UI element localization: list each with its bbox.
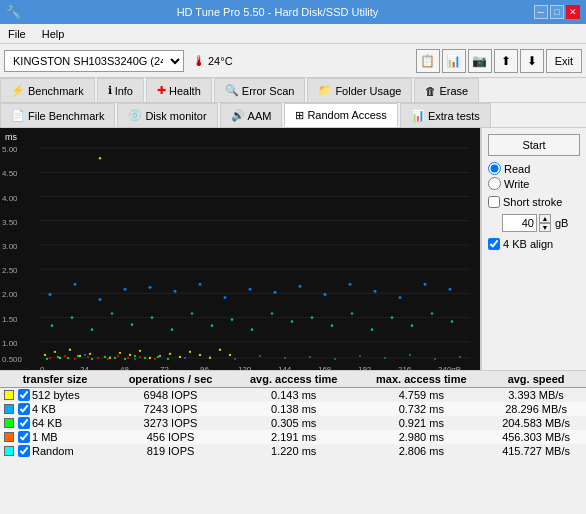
file-menu[interactable]: File — [4, 27, 30, 41]
tab-info-label: Info — [115, 85, 133, 97]
tab-disk-monitor[interactable]: 💿 Disk monitor — [117, 103, 217, 127]
help-menu[interactable]: Help — [38, 27, 69, 41]
svg-point-103 — [84, 354, 86, 356]
color-swatch-1 — [4, 404, 14, 414]
cell-label-1: 4 KB — [0, 402, 110, 416]
spin-buttons: ▲ ▼ — [539, 214, 551, 232]
svg-text:48: 48 — [120, 365, 129, 370]
row-checkbox-4[interactable] — [18, 445, 30, 457]
svg-point-91 — [251, 328, 254, 331]
svg-text:144: 144 — [278, 365, 292, 370]
table-row: 512 bytes 6948 IOPS 0.143 ms 4.759 ms 3.… — [0, 388, 586, 403]
svg-point-42 — [49, 357, 51, 359]
svg-point-38 — [199, 354, 201, 356]
chart-and-panel: ms 5.00 4.50 4.00 3.50 3.00 2.50 2.0 — [0, 128, 586, 370]
svg-point-52 — [46, 358, 48, 360]
cell-avg-3: 2.191 ms — [231, 430, 357, 444]
row-checkbox-1[interactable] — [18, 403, 30, 415]
start-button[interactable]: Start — [488, 134, 580, 156]
tab-health[interactable]: ✚ Health — [146, 78, 212, 102]
toolbar-btn-4[interactable]: ⬆ — [494, 49, 518, 73]
svg-text:168: 168 — [318, 365, 332, 370]
toolbar-btn-3[interactable]: 📷 — [468, 49, 492, 73]
svg-point-28 — [99, 157, 101, 159]
spin-up-button[interactable]: ▲ — [539, 214, 551, 223]
drive-select[interactable]: KINGSTON SH103S3240G (240 gB) — [4, 50, 184, 72]
row-checkbox-0[interactable] — [18, 389, 30, 401]
read-label: Read — [504, 163, 530, 175]
row-label-text-2: 64 KB — [32, 417, 62, 429]
svg-point-54 — [67, 357, 69, 359]
svg-point-117 — [434, 358, 436, 360]
svg-point-109 — [234, 358, 236, 360]
cell-max-4: 2.806 ms — [357, 444, 487, 458]
read-radio[interactable] — [488, 162, 501, 175]
cell-speed-3: 456.303 MB/s — [486, 430, 586, 444]
spinbox-container: 40 ▲ ▼ gB — [502, 214, 580, 232]
short-stroke-checkbox[interactable] — [488, 196, 500, 208]
svg-point-63 — [167, 358, 169, 360]
svg-point-100 — [431, 312, 434, 315]
svg-point-73 — [274, 291, 277, 294]
tab-row-1: ⚡ Benchmark ℹ Info ✚ Health 🔍 Error Scan… — [0, 78, 586, 103]
align-checkbox-label[interactable]: 4 KB align — [488, 238, 580, 250]
short-stroke-label: Short stroke — [503, 196, 562, 208]
cell-max-3: 2.980 ms — [357, 430, 487, 444]
svg-point-30 — [119, 352, 121, 354]
svg-text:0.500: 0.500 — [2, 355, 23, 364]
spin-down-button[interactable]: ▼ — [539, 223, 551, 232]
svg-point-48 — [117, 355, 119, 357]
svg-point-40 — [219, 349, 221, 351]
tab-folder-usage[interactable]: 📁 Folder Usage — [307, 78, 412, 102]
chart-svg: ms 5.00 4.50 4.00 3.50 3.00 2.50 2.0 — [0, 128, 480, 370]
write-radio-label[interactable]: Write — [488, 177, 580, 190]
tab-extra-tests[interactable]: 📊 Extra tests — [400, 103, 491, 127]
svg-text:3.00: 3.00 — [2, 242, 18, 251]
tab-info[interactable]: ℹ Info — [97, 78, 144, 102]
svg-point-33 — [149, 357, 151, 359]
svg-point-111 — [284, 357, 286, 359]
svg-point-78 — [399, 296, 402, 299]
align-checkbox[interactable] — [488, 238, 500, 250]
svg-point-96 — [351, 312, 354, 315]
tab-aam[interactable]: 🔊 AAM — [220, 103, 283, 127]
tab-benchmark[interactable]: ⚡ Benchmark — [0, 78, 95, 102]
tab-erase[interactable]: 🗑 Erase — [414, 78, 479, 102]
tab-file-benchmark[interactable]: 📄 File Benchmark — [0, 103, 115, 127]
toolbar-btn-2[interactable]: 📊 — [442, 49, 466, 73]
svg-text:0: 0 — [40, 365, 45, 370]
close-button[interactable]: ✕ — [566, 5, 580, 19]
svg-point-37 — [189, 351, 191, 353]
cell-label-2: 64 KB — [0, 416, 110, 430]
write-radio[interactable] — [488, 177, 501, 190]
toolbar-btn-5[interactable]: ⬇ — [520, 49, 544, 73]
file-benchmark-icon: 📄 — [11, 109, 25, 122]
svg-point-81 — [51, 324, 54, 327]
svg-text:120: 120 — [238, 365, 252, 370]
svg-point-84 — [111, 312, 114, 315]
disk-monitor-icon: 💿 — [128, 109, 142, 122]
svg-point-51 — [154, 358, 156, 360]
toolbar-buttons: 📋 📊 📷 ⬆ ⬇ Exit — [416, 49, 582, 73]
svg-point-32 — [139, 350, 141, 352]
exit-button[interactable]: Exit — [546, 49, 582, 73]
short-stroke-spinbox[interactable]: 40 — [502, 214, 537, 232]
short-stroke-checkbox-label[interactable]: Short stroke — [488, 196, 580, 208]
window-title: HD Tune Pro 5.50 - Hard Disk/SSD Utility — [21, 6, 534, 18]
tab-benchmark-label: Benchmark — [28, 85, 84, 97]
row-checkbox-3[interactable] — [18, 431, 30, 443]
row-label-text-3: 1 MB — [32, 431, 58, 443]
tab-random-access[interactable]: ⊞ Random Access — [284, 103, 397, 127]
svg-text:192: 192 — [358, 365, 372, 370]
row-checkbox-2[interactable] — [18, 417, 30, 429]
tab-error-scan[interactable]: 🔍 Error Scan — [214, 78, 306, 102]
read-radio-label[interactable]: Read — [488, 162, 580, 175]
temperature-value: 24°C — [208, 55, 233, 67]
svg-text:216: 216 — [398, 365, 412, 370]
toolbar-btn-1[interactable]: 📋 — [416, 49, 440, 73]
svg-point-43 — [64, 355, 66, 357]
minimize-button[interactable]: ─ — [534, 5, 548, 19]
maximize-button[interactable]: □ — [550, 5, 564, 19]
col-header-transfer-size: transfer size — [0, 371, 110, 388]
svg-point-110 — [259, 355, 261, 357]
